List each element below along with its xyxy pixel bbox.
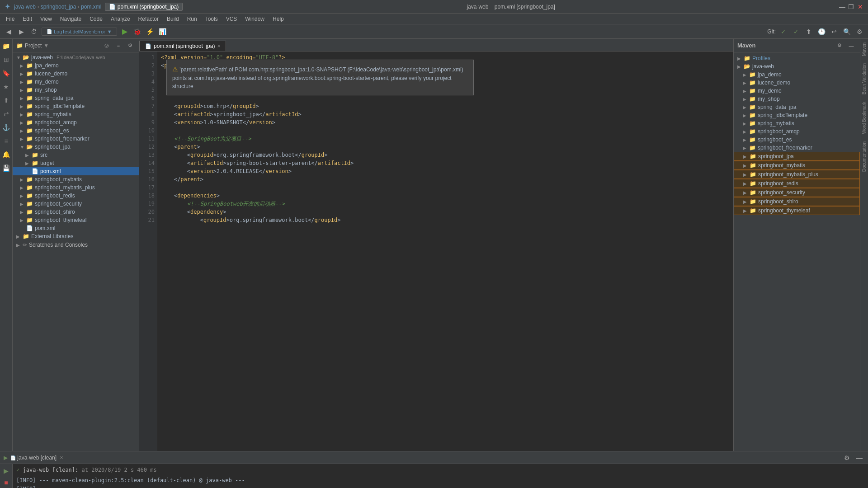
maven-minimize-button[interactable]: — bbox=[846, 41, 856, 51]
menu-help[interactable]: Help bbox=[269, 15, 288, 23]
code-text[interactable]: <?xml version="1.0" encoding="UTF-8"?> <… bbox=[157, 52, 733, 451]
maven-spring-mybatis[interactable]: ▶📁spring_mybatis bbox=[734, 119, 860, 127]
notifications-icon[interactable]: 🔔 bbox=[1, 150, 11, 160]
tree-springboot-security[interactable]: ▶📁springboot_security bbox=[13, 200, 139, 208]
maven-java-web[interactable]: ▶📂 java-web bbox=[734, 62, 860, 70]
word-bookmark-label[interactable]: Word Bookmark bbox=[861, 98, 868, 138]
tree-spring-mybatis[interactable]: ▶📁spring_mybatis bbox=[13, 110, 139, 118]
maven-springboot-es[interactable]: ▶📁springboot_es bbox=[734, 136, 860, 144]
tree-spring-jdbc[interactable]: ▶📁spring_jdbcTemplate bbox=[13, 102, 139, 110]
tree-my-shop[interactable]: ▶📁my_shop bbox=[13, 86, 139, 94]
menu-analyze[interactable]: Analyze bbox=[107, 15, 134, 23]
recent-files-button[interactable]: ⏱ bbox=[29, 27, 39, 37]
menu-code[interactable]: Code bbox=[86, 15, 106, 23]
settings-button[interactable]: ⚙ bbox=[854, 27, 864, 37]
close-tab-button[interactable]: × bbox=[217, 43, 220, 49]
breadcrumb-java-web[interactable]: java-web bbox=[14, 4, 36, 10]
tree-springboot-thymeleaf[interactable]: ▶📁springboot_thymeleaf bbox=[13, 216, 139, 224]
editor-tab-pom[interactable]: 📄 pom.xml (springboot_jpa) × bbox=[139, 41, 226, 51]
menu-view[interactable]: View bbox=[37, 15, 56, 23]
maven-lucene-demo[interactable]: ▶📁lucene_demo bbox=[734, 79, 860, 87]
menu-build[interactable]: Build bbox=[163, 15, 183, 23]
tree-springboot-freemarker[interactable]: ▶📁springboot_freemarker bbox=[13, 135, 139, 143]
tree-springboot-jpa[interactable]: ▼📂springboot_jpa bbox=[13, 143, 139, 151]
maven-springboot-amqp[interactable]: ▶📁springboot_amqp bbox=[734, 127, 860, 136]
tree-my-demo[interactable]: ▶📁my_demo bbox=[13, 78, 139, 86]
maven-jpa-demo[interactable]: ▶📁jpa_demo bbox=[734, 70, 860, 79]
run-stop-icon[interactable]: ■ bbox=[1, 478, 11, 488]
maven-springboot-shiro[interactable]: ▶📁springboot_shiro bbox=[734, 197, 860, 206]
maven-spring-data-jpa[interactable]: ▶📁spring_data_jpa bbox=[734, 103, 860, 111]
minimize-button[interactable]: — bbox=[839, 4, 845, 10]
maven-springboot-jpa[interactable]: ▶📁springboot_jpa bbox=[734, 152, 860, 161]
undo-button[interactable]: ↩ bbox=[829, 27, 839, 37]
close-run-tab[interactable]: × bbox=[60, 455, 63, 461]
git-commit-button[interactable]: ✓ bbox=[791, 27, 801, 37]
menu-navigate[interactable]: Navigate bbox=[57, 15, 85, 23]
bean-validation-label[interactable]: Bean Validation bbox=[861, 60, 868, 98]
maven-my-demo[interactable]: ▶📁my_demo bbox=[734, 87, 860, 95]
tree-springboot-shiro[interactable]: ▶📁springboot_shiro bbox=[13, 208, 139, 216]
pull-requests-icon[interactable]: ⇄ bbox=[1, 109, 11, 119]
tree-springboot-redis[interactable]: ▶📁springboot_redis bbox=[13, 192, 139, 200]
structure2-icon[interactable]: ≡ bbox=[1, 136, 11, 146]
tree-springboot-mybatis-plus[interactable]: ▶📁springboot_mybatis_plus bbox=[13, 183, 139, 192]
maven-profiles[interactable]: ▶📁 Profiles bbox=[734, 54, 860, 62]
run-with-coverage-button[interactable]: ⚡ bbox=[145, 27, 155, 37]
maven-springboot-mybatis[interactable]: ▶📁springboot_mybatis bbox=[734, 161, 860, 170]
bookmarks-icon[interactable]: 🔖 bbox=[1, 68, 11, 78]
menu-tools[interactable]: Tools bbox=[202, 15, 222, 23]
git-push-button[interactable]: ⬆ bbox=[804, 27, 814, 37]
maven-springboot-redis[interactable]: ▶📁springboot_redis bbox=[734, 179, 860, 188]
tree-pom-xml-selected[interactable]: 📄pom.xml bbox=[13, 167, 139, 175]
run-config-dropdown[interactable]: 📄 LogTest.delMavenError ▼ bbox=[42, 28, 117, 36]
run-button[interactable]: ▶ bbox=[120, 27, 130, 37]
commit-icon[interactable]: ⬆ bbox=[1, 95, 11, 105]
tree-external-libraries[interactable]: ▶📁External Libraries bbox=[13, 232, 139, 240]
run-play-icon[interactable]: ▶ bbox=[1, 466, 11, 476]
run-minimize-button[interactable]: — bbox=[854, 453, 864, 463]
tree-root-pom[interactable]: 📄pom.xml bbox=[13, 224, 139, 232]
menu-refactor[interactable]: Refactor bbox=[135, 15, 162, 23]
run-settings-button[interactable]: ⚙ bbox=[842, 453, 852, 463]
git-history-button[interactable]: 🕒 bbox=[816, 27, 826, 37]
tree-root[interactable]: ▼ 📂 java-web F:\IdeaCode\java-web bbox=[13, 53, 139, 61]
project-settings-button[interactable]: ⚙ bbox=[125, 41, 135, 51]
tree-spring-data-jpa[interactable]: ▶📁spring_data_jpa bbox=[13, 94, 139, 102]
restore-button[interactable]: ❐ bbox=[848, 4, 854, 10]
tree-springboot-amqp[interactable]: ▶📁springboot_amqp bbox=[13, 118, 139, 127]
close-button[interactable]: ✕ bbox=[857, 4, 863, 10]
menu-vcs[interactable]: VCS bbox=[222, 15, 241, 23]
maven-settings-button[interactable]: ⚙ bbox=[835, 41, 844, 51]
tree-springboot-es[interactable]: ▶📁springboot_es bbox=[13, 127, 139, 135]
documentation-label[interactable]: Documentation bbox=[861, 138, 868, 175]
back-button[interactable]: ◀ bbox=[4, 27, 14, 37]
maven-springboot-security[interactable]: ▶📁springboot_security bbox=[734, 188, 860, 197]
favorites-icon[interactable]: ★ bbox=[1, 82, 11, 92]
search-everywhere-button[interactable]: 🔍 bbox=[842, 27, 852, 37]
persistence-icon[interactable]: 💾 bbox=[1, 163, 11, 173]
structure-icon[interactable]: ⊞ bbox=[1, 55, 11, 65]
code-editor[interactable]: 12345 678910 1112131415 1617181920 21 <?… bbox=[139, 52, 733, 451]
maven-springboot-freemarker[interactable]: ▶📁springboot_freemarker bbox=[734, 144, 860, 152]
tree-target[interactable]: ▶📁target bbox=[13, 159, 139, 167]
debug-button[interactable]: 🐞 bbox=[132, 27, 142, 37]
forward-button[interactable]: ▶ bbox=[16, 27, 26, 37]
maven-spring-jdbc[interactable]: ▶📁spring_jdbcTemplate bbox=[734, 111, 860, 119]
maven-my-shop[interactable]: ▶📁my_shop bbox=[734, 95, 860, 103]
maven-springboot-thymeleaf[interactable]: ▶📁springboot_thymeleaf bbox=[734, 206, 860, 215]
breadcrumb-module[interactable]: springboot_jpa bbox=[41, 4, 76, 10]
maven-springboot-mybatis-plus[interactable]: ▶📁springboot_mybatis_plus bbox=[734, 170, 860, 179]
profile-button[interactable]: 📊 bbox=[158, 27, 168, 37]
breadcrumb-file[interactable]: pom.xml bbox=[81, 4, 101, 10]
menu-run[interactable]: Run bbox=[184, 15, 201, 23]
tree-scratches[interactable]: ▶✏ Scratches and Consoles bbox=[13, 240, 139, 249]
tree-springboot-mybatis[interactable]: ▶📁springboot_mybatis bbox=[13, 175, 139, 183]
maven-vert-label[interactable]: Maven bbox=[861, 39, 868, 60]
git-update-button[interactable]: ✓ bbox=[778, 27, 788, 37]
tree-lucene-demo[interactable]: ▶📁lucene_demo bbox=[13, 70, 139, 78]
menu-window[interactable]: Window bbox=[241, 15, 268, 23]
collapse-all-button[interactable]: ≡ bbox=[113, 41, 123, 51]
tree-jpa-demo[interactable]: ▶📁jpa_demo bbox=[13, 61, 139, 70]
menu-edit[interactable]: Edit bbox=[19, 15, 36, 23]
